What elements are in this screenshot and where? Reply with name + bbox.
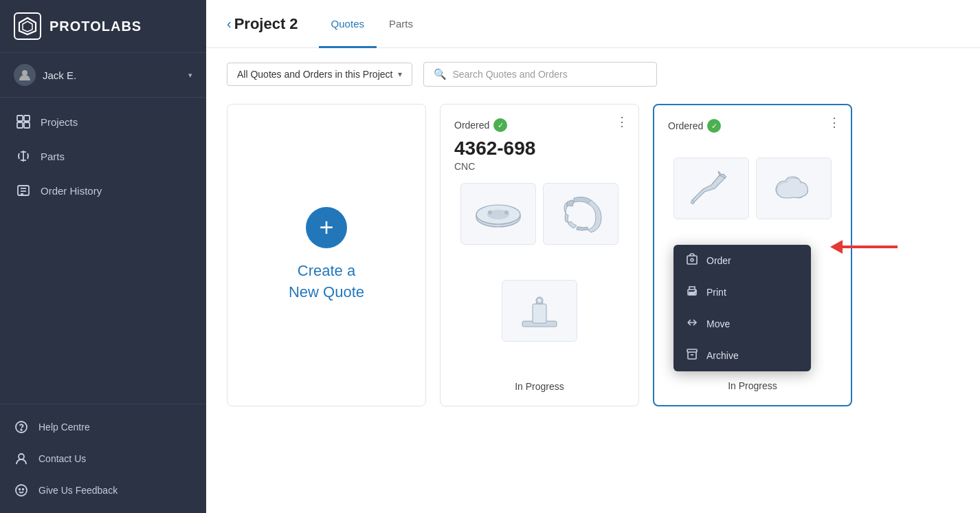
ordered-label-1: Ordered bbox=[454, 120, 489, 131]
svg-point-22 bbox=[488, 210, 492, 215]
status-check-icon-1: ✓ bbox=[493, 118, 507, 132]
tab-bar: Quotes Parts bbox=[319, 0, 425, 47]
context-menu: Order Print bbox=[673, 245, 811, 371]
context-menu-move[interactable]: Move bbox=[673, 308, 811, 340]
logo-area: PROTOLABS bbox=[0, 0, 206, 53]
move-icon bbox=[686, 316, 698, 331]
context-menu-order[interactable]: Order bbox=[673, 245, 811, 276]
card-footer-label-1: In Progress bbox=[515, 381, 564, 392]
logo-text: PROTOLABS bbox=[49, 19, 142, 34]
card-images-1 bbox=[454, 183, 625, 370]
contact-icon bbox=[14, 451, 29, 466]
svg-point-13 bbox=[19, 454, 24, 459]
arrow-head bbox=[830, 240, 843, 254]
main-header: ‹ Project 2 Quotes Parts bbox=[206, 0, 980, 48]
svg-rect-6 bbox=[24, 122, 30, 128]
card-menu-button-1[interactable]: ⋮ bbox=[616, 116, 629, 128]
order-number-1: 4362-698 bbox=[454, 138, 535, 160]
context-archive-label: Archive bbox=[706, 350, 739, 361]
feedback-icon bbox=[14, 483, 29, 498]
sidebar-item-help-label: Help Centre bbox=[38, 422, 90, 433]
sidebar-item-projects[interactable]: Projects bbox=[0, 105, 206, 139]
user-name: Jack E. bbox=[43, 69, 188, 81]
main-content: ‹ Project 2 Quotes Parts All Quotes and … bbox=[206, 0, 980, 513]
tab-quotes[interactable]: Quotes bbox=[319, 1, 377, 48]
sidebar: PROTOLABS Jack E. ▾ Projects bbox=[0, 0, 206, 513]
context-menu-print[interactable]: Print bbox=[673, 276, 811, 308]
sidebar-footer: Help Centre Contact Us Give Us Feedbac bbox=[0, 404, 206, 513]
page-title: Project 2 bbox=[234, 15, 298, 33]
archive-icon bbox=[686, 348, 698, 363]
order-icon bbox=[686, 253, 698, 268]
svg-point-15 bbox=[19, 489, 21, 490]
sidebar-item-projects-label: Projects bbox=[41, 116, 78, 128]
svg-point-16 bbox=[23, 489, 24, 490]
red-arrow-indicator bbox=[830, 240, 898, 254]
sidebar-item-contact[interactable]: Contact Us bbox=[0, 443, 206, 474]
process-label-1: CNC bbox=[454, 161, 475, 172]
filter-chevron-icon: ▾ bbox=[398, 69, 402, 79]
part-image-cloud bbox=[756, 157, 832, 219]
svg-point-23 bbox=[504, 210, 509, 215]
order-history-icon bbox=[16, 183, 31, 198]
search-icon: 🔍 bbox=[434, 68, 447, 80]
logo-icon bbox=[14, 12, 41, 40]
search-box[interactable]: 🔍 Search Quotes and Orders bbox=[423, 62, 657, 87]
sidebar-item-order-history-label: Order History bbox=[41, 185, 102, 197]
svg-point-2 bbox=[22, 70, 27, 76]
svg-point-12 bbox=[21, 429, 22, 430]
toolbar: All Quotes and Orders in this Project ▾ … bbox=[206, 48, 980, 97]
user-avatar bbox=[14, 64, 36, 86]
svg-rect-33 bbox=[687, 349, 697, 352]
help-icon bbox=[14, 419, 29, 435]
status-check-icon-2: ✓ bbox=[707, 119, 721, 133]
sidebar-item-help[interactable]: Help Centre bbox=[0, 411, 206, 443]
card-menu-button-2[interactable]: ⋮ bbox=[828, 116, 841, 129]
svg-rect-4 bbox=[24, 116, 30, 121]
sidebar-item-feedback-label: Give Us Feedback bbox=[38, 485, 118, 496]
filter-dropdown[interactable]: All Quotes and Orders in this Project ▾ bbox=[227, 63, 412, 86]
user-chevron-icon: ▾ bbox=[188, 71, 192, 80]
sidebar-item-parts[interactable]: Parts bbox=[0, 139, 206, 173]
sidebar-item-contact-label: Contact Us bbox=[38, 453, 86, 464]
card-status-2: Ordered ✓ bbox=[668, 119, 721, 133]
svg-point-27 bbox=[538, 299, 542, 303]
svg-rect-31 bbox=[689, 292, 695, 294]
svg-rect-25 bbox=[533, 304, 546, 323]
svg-rect-28 bbox=[687, 256, 697, 264]
parts-icon bbox=[16, 149, 31, 164]
create-quote-card[interactable]: + Create a New Quote bbox=[227, 104, 426, 406]
create-plus-button[interactable]: + bbox=[306, 207, 347, 248]
arrow-line bbox=[843, 245, 898, 248]
ordered-label-2: Ordered bbox=[668, 120, 703, 131]
sidebar-item-parts-label: Parts bbox=[41, 151, 65, 162]
sidebar-item-order-history[interactable]: Order History bbox=[0, 173, 206, 208]
context-order-label: Order bbox=[706, 255, 731, 266]
context-menu-archive[interactable]: Archive bbox=[673, 340, 811, 371]
svg-rect-3 bbox=[17, 116, 23, 121]
svg-point-14 bbox=[16, 485, 27, 496]
order-card-4362-698: Ordered ✓ 4362-698 CNC ⋮ bbox=[440, 104, 639, 406]
context-move-label: Move bbox=[706, 318, 730, 329]
print-icon bbox=[686, 285, 698, 300]
user-menu[interactable]: Jack E. ▾ bbox=[0, 53, 206, 98]
search-placeholder: Search Quotes and Orders bbox=[452, 69, 567, 80]
svg-point-29 bbox=[691, 259, 693, 261]
context-print-label: Print bbox=[706, 287, 726, 298]
card-footer-label-2: In Progress bbox=[728, 380, 777, 391]
part-image-ring bbox=[543, 183, 619, 245]
back-chevron-icon[interactable]: ‹ bbox=[227, 16, 232, 32]
part-image-bracket bbox=[502, 280, 577, 342]
tab-parts[interactable]: Parts bbox=[377, 1, 425, 48]
svg-point-32 bbox=[695, 291, 696, 292]
card-status-1: Ordered ✓ bbox=[454, 118, 507, 132]
svg-marker-1 bbox=[23, 21, 32, 32]
filter-label: All Quotes and Orders in this Project bbox=[237, 69, 392, 80]
part-image-flat bbox=[460, 183, 536, 245]
cards-area: + Create a New Quote Ordered ✓ 4362-698 … bbox=[206, 97, 980, 513]
main-nav: Projects Parts bbox=[0, 98, 206, 404]
create-quote-label: Create a New Quote bbox=[289, 261, 364, 303]
sidebar-item-feedback[interactable]: Give Us Feedback bbox=[0, 474, 206, 506]
projects-icon bbox=[16, 114, 31, 129]
svg-rect-5 bbox=[17, 122, 23, 128]
